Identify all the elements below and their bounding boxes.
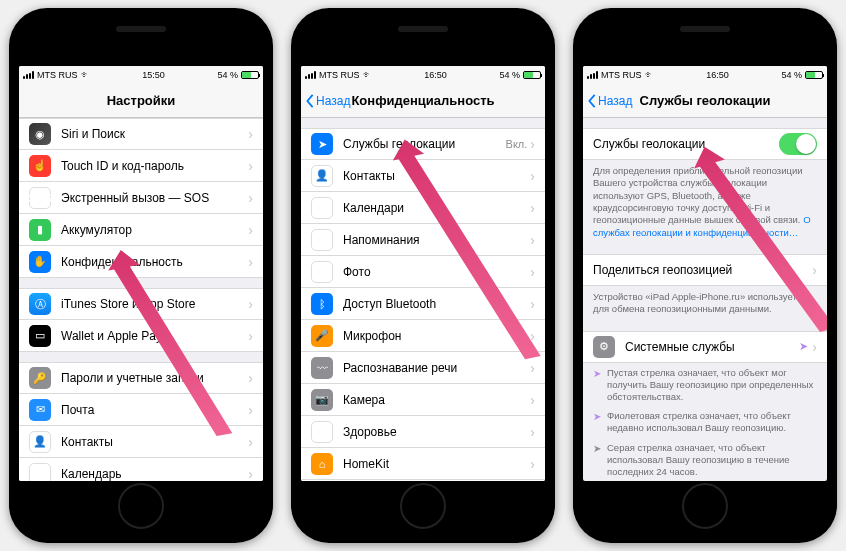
settings-row-photo[interactable]: ❀Фото›: [301, 256, 545, 288]
gear-icon: ⚙: [593, 336, 615, 358]
nav-bar: Настройки: [19, 84, 263, 118]
wifi-icon: ᯤ: [81, 70, 90, 80]
page-title: Настройки: [107, 93, 176, 108]
settings-row-home[interactable]: ⌂HomeKit›: [301, 448, 545, 480]
loc-icon: ➤: [311, 133, 333, 155]
sos-icon: SOS: [29, 187, 51, 209]
row-value: Вкл.: [506, 138, 528, 150]
share-note: Устройство «iPad Apple-iPhone.ru» исполь…: [583, 286, 827, 321]
page-title: Конфиденциальность: [351, 93, 494, 108]
battery-icon: [241, 71, 259, 79]
signal-icon: [587, 71, 598, 79]
chevron-icon: ›: [248, 254, 253, 270]
legend-item: ➤Серая стрелка означает, что объект испо…: [583, 438, 827, 481]
store-icon: Ⓐ: [29, 293, 51, 315]
settings-row-mic[interactable]: 🎤Микрофон›: [301, 320, 545, 352]
location-arrow-icon: ➤: [799, 340, 808, 353]
mic-icon: 🎤: [311, 325, 333, 347]
chevron-icon: ›: [530, 264, 535, 280]
row-label: Календарь: [61, 467, 248, 481]
settings-row-cont[interactable]: 👤Контакты›: [301, 160, 545, 192]
location-switch[interactable]: [779, 133, 817, 155]
screen: MTS RUS ᯤ 16:50 54 % Назад Службы геолок…: [583, 66, 827, 481]
settings-row-batt[interactable]: ▮Аккумулятор›: [19, 214, 263, 246]
row-label: Микрофон: [343, 329, 530, 343]
row-label: Календари: [343, 201, 530, 215]
settings-row-acct[interactable]: 🔑Пароли и учетные записи›: [19, 362, 263, 394]
row-label: Напоминания: [343, 233, 530, 247]
legend-text: Серая стрелка означает, что объект испол…: [607, 442, 817, 478]
settings-row-priv[interactable]: ✋Конфиденциальность›: [19, 246, 263, 278]
status-bar: MTS RUS ᯤ 16:50 54 %: [583, 66, 827, 84]
bt-icon: ᛒ: [311, 293, 333, 315]
settings-row-wallet[interactable]: ▭Wallet и Apple Pay›: [19, 320, 263, 352]
settings-row-loc[interactable]: ➤Службы геолокацииВкл.›: [301, 128, 545, 160]
chevron-icon: ›: [248, 126, 253, 142]
row-label: Камера: [343, 393, 530, 407]
chevron-icon: ›: [530, 424, 535, 440]
row-label: HomeKit: [343, 457, 530, 471]
wallet-icon: ▭: [29, 325, 51, 347]
settings-row-cal[interactable]: ▦Календари›: [301, 192, 545, 224]
system-services-row[interactable]: ⚙ Системные службы ➤ ›: [583, 331, 827, 363]
content[interactable]: Службы геолокации Для определения прибли…: [583, 118, 827, 481]
chevron-icon: ›: [812, 339, 817, 355]
chevron-icon: ›: [530, 360, 535, 376]
back-button[interactable]: Назад: [305, 94, 350, 108]
cam-icon: 📷: [311, 389, 333, 411]
row-label: iTunes Store и App Store: [61, 297, 248, 311]
legend-text: Фиолетовая стрелка означает, что объект …: [607, 410, 817, 434]
speech-icon: 〰: [311, 357, 333, 379]
signal-icon: [305, 71, 316, 79]
settings-row-mail[interactable]: ✉Почта›: [19, 394, 263, 426]
row-label: Контакты: [61, 435, 248, 449]
time: 15:50: [142, 70, 165, 80]
share-location-row[interactable]: Поделиться геопозицией ›: [583, 254, 827, 286]
legend-text: Пустая стрелка означает, что объект мог …: [607, 367, 817, 403]
chevron-icon: ›: [248, 402, 253, 418]
settings-row-touch[interactable]: ☝Touch ID и код-пароль›: [19, 150, 263, 182]
row-label: Фото: [343, 265, 530, 279]
settings-row-music[interactable]: ♪Медиа и Apple Music›: [301, 480, 545, 481]
settings-row-cont[interactable]: 👤Контакты›: [19, 426, 263, 458]
chevron-icon: ›: [530, 136, 535, 152]
content[interactable]: ◉Siri и Поиск›☝Touch ID и код-пароль›SOS…: [19, 118, 263, 481]
settings-row-cam[interactable]: 📷Камера›: [301, 384, 545, 416]
location-arrow-icon: ➤: [593, 411, 601, 422]
settings-row-remind[interactable]: ☰Напоминания›: [301, 224, 545, 256]
row-label: Touch ID и код-пароль: [61, 159, 248, 173]
location-arrow-icon: ➤: [593, 368, 601, 379]
row-label: Конфиденциальность: [61, 255, 248, 269]
chevron-icon: ›: [530, 456, 535, 472]
location-toggle-row[interactable]: Службы геолокации: [583, 128, 827, 160]
cont-icon: 👤: [29, 431, 51, 453]
content[interactable]: ➤Службы геолокацииВкл.›👤Контакты›▦Календ…: [301, 118, 545, 481]
phone-privacy: MTS RUS ᯤ 16:50 54 % Назад Конфиденциаль…: [291, 8, 555, 543]
cal-icon: ▦: [29, 463, 51, 482]
phone-settings: MTS RUS ᯤ 15:50 54 % Настройки ◉Siri и П…: [9, 8, 273, 543]
time: 16:50: [706, 70, 729, 80]
chevron-icon: ›: [248, 190, 253, 206]
settings-row-cal[interactable]: ▦Календарь›: [19, 458, 263, 481]
row-label: Почта: [61, 403, 248, 417]
cont-icon: 👤: [311, 165, 333, 187]
row-label: Аккумулятор: [61, 223, 248, 237]
toggle-label: Службы геолокации: [593, 137, 779, 151]
row-label: Службы геолокации: [343, 137, 506, 151]
settings-row-store[interactable]: ⒶiTunes Store и App Store›: [19, 288, 263, 320]
settings-row-health[interactable]: ♥Здоровье›: [301, 416, 545, 448]
row-label: Siri и Поиск: [61, 127, 248, 141]
chevron-icon: ›: [248, 328, 253, 344]
settings-row-bt[interactable]: ᛒДоступ Bluetooth›: [301, 288, 545, 320]
settings-row-sos[interactable]: SOSЭкстренный вызов — SOS›: [19, 182, 263, 214]
row-label: Контакты: [343, 169, 530, 183]
settings-row-siri[interactable]: ◉Siri и Поиск›: [19, 118, 263, 150]
row-label: Здоровье: [343, 425, 530, 439]
nav-bar: Назад Службы геолокации: [583, 84, 827, 118]
carrier: MTS RUS: [601, 70, 642, 80]
chevron-icon: ›: [248, 296, 253, 312]
settings-row-speech[interactable]: 〰Распознавание речи›: [301, 352, 545, 384]
page-title: Службы геолокации: [640, 93, 771, 108]
back-button[interactable]: Назад: [587, 94, 632, 108]
home-icon: ⌂: [311, 453, 333, 475]
